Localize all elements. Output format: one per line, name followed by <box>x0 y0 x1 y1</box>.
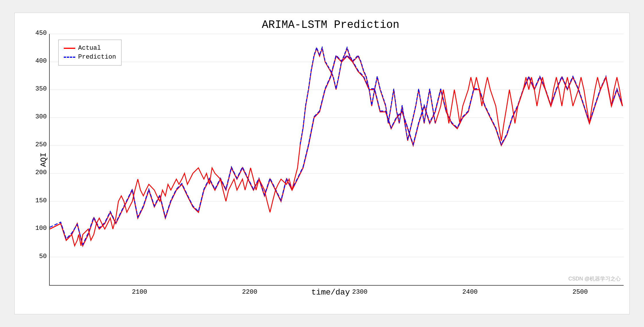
legend-actual: Actual <box>64 45 116 52</box>
actual-label: Actual <box>78 45 101 52</box>
prediction-label: Prediction <box>78 53 116 61</box>
svg-text:350: 350 <box>35 85 47 93</box>
y-axis-label: AQI <box>38 34 49 286</box>
chart-svg: 50 100 150 200 250 300 350 400 450 2100 … <box>50 34 624 285</box>
chart-area: AQI Actual Prediction <box>38 34 624 286</box>
svg-text:50: 50 <box>39 253 47 260</box>
svg-text:250: 250 <box>35 141 47 148</box>
svg-text:100: 100 <box>35 225 47 232</box>
svg-text:150: 150 <box>35 197 47 204</box>
svg-text:450: 450 <box>35 30 47 37</box>
actual-line-icon <box>64 48 75 49</box>
svg-text:400: 400 <box>35 57 47 65</box>
svg-text:2500: 2500 <box>572 288 588 296</box>
svg-rect-0 <box>50 34 624 285</box>
svg-text:2100: 2100 <box>132 288 147 296</box>
legend-prediction: Prediction <box>64 53 116 61</box>
svg-text:2200: 2200 <box>242 288 257 296</box>
chart-container: ARIMA-LSTM Prediction AQI Actual Predict… <box>14 13 630 314</box>
x-axis-label: time/day <box>311 288 350 297</box>
chart-title: ARIMA-LSTM Prediction <box>262 19 400 31</box>
prediction-line-icon <box>64 57 75 58</box>
svg-text:300: 300 <box>35 113 47 120</box>
svg-text:2300: 2300 <box>352 288 367 296</box>
watermark: CSDN @机器学习之心 <box>568 275 621 282</box>
svg-text:2400: 2400 <box>462 288 478 296</box>
legend: Actual Prediction <box>58 40 122 66</box>
svg-text:200: 200 <box>35 169 47 176</box>
chart-inner: Actual Prediction <box>49 34 624 286</box>
